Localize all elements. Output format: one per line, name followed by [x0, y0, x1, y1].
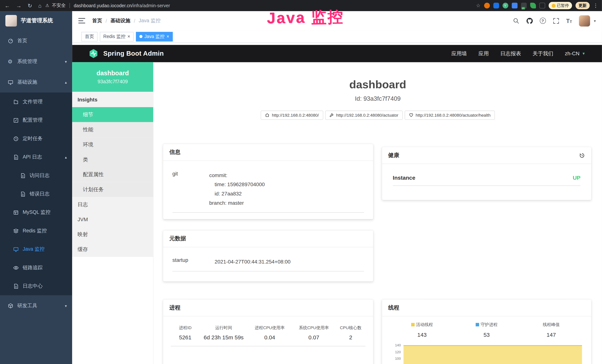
sba-nav-about[interactable]: 关于我们 [532, 50, 553, 57]
extension-icon-leaf[interactable] [530, 3, 536, 8]
document-icon [13, 154, 19, 160]
sba-nav-scheduledtasks[interactable]: 计划任务 [72, 182, 153, 197]
browser-menu-icon[interactable]: ⋮ [593, 3, 598, 8]
browser-home-icon[interactable]: ⌂ [38, 3, 42, 8]
tab-label: Java 监控 [144, 33, 165, 40]
chart-plot-area [403, 343, 583, 364]
locale-caret-icon[interactable]: ▾ [582, 51, 585, 56]
info-value: commit: time: 1596289704000 id: 27aa832 … [209, 171, 265, 208]
close-icon[interactable]: × [128, 34, 130, 39]
sba-nav-wallboard[interactable]: 应用墙 [452, 50, 467, 57]
threads-chart: 140 120 100 [390, 343, 584, 364]
monitor-icon [8, 79, 13, 85]
process-stats-row: 进程ID 5261 运行时间 6d 23h 15m 59s 进程CPU使用率 0… [171, 325, 366, 346]
sidebar-item-label: 定时任务 [23, 135, 43, 142]
legend-active-threads: 活动线程 143 [390, 322, 454, 338]
sidebar-item-file[interactable]: 文件管理 [0, 93, 72, 111]
sidebar-item-api-log[interactable]: API 日志 ▴ [0, 148, 72, 166]
avatar-caret-icon[interactable]: ▾ [594, 19, 596, 23]
smiley-icon [552, 4, 556, 8]
github-icon[interactable] [526, 17, 533, 24]
search-icon[interactable] [513, 17, 519, 24]
close-icon[interactable]: × [166, 34, 169, 39]
sidebar-item-log-center[interactable]: 日志中心 [0, 277, 72, 295]
home-icon [265, 113, 269, 118]
extension-icon-switch[interactable]: on [521, 3, 527, 8]
metadata-row-startup: startup 2021-04-27T00:44:31.254+08:00 [172, 257, 364, 271]
sba-nav-applications[interactable]: 应用 [479, 50, 489, 57]
update-button[interactable]: 更新 [575, 2, 590, 9]
threads-card-title: 线程 [388, 304, 399, 311]
sba-nav: 应用墙 应用 日志报表 关于我们 zh-CN ▾ [452, 50, 602, 57]
sidebar-item-dev-tools[interactable]: 研发工具 ▾ [0, 295, 72, 316]
refresh-icon[interactable]: ↻ [28, 3, 32, 8]
tab-redis[interactable]: Redis 监控 × [100, 32, 133, 41]
sidebar-item-error-log[interactable]: 错误日志 [0, 185, 72, 203]
tab-java[interactable]: Java 监控 × [136, 32, 172, 41]
instance-id: 93a3fc7f7409 [97, 79, 128, 84]
service-url-link[interactable]: http://192.168.0.2:48080/ [261, 110, 323, 120]
sidebar-item-java[interactable]: Java 监控 [0, 240, 72, 258]
bookmark-star-icon[interactable]: ☆ [476, 3, 480, 8]
sba-nav-configprops[interactable]: 配置属性 [72, 167, 153, 182]
sidebar-item-config[interactable]: 配置管理 [0, 111, 72, 129]
chart-y-axis: 140 120 100 [390, 343, 404, 364]
process-card-title: 进程 [169, 304, 180, 311]
chevron-down-icon: ▾ [65, 59, 67, 64]
sidebar-item-system[interactable]: ⚙ 系统管理 ▾ [0, 51, 72, 72]
sba-nav-logs[interactable]: 日志 [72, 197, 153, 212]
sidebar-item-redis[interactable]: Redis 监控 [0, 222, 72, 240]
sba-nav-details[interactable]: 细节 [72, 107, 153, 122]
breadcrumb-home[interactable]: 首页 [92, 17, 102, 24]
sba-nav-classes[interactable]: 类 [72, 152, 153, 167]
url-text[interactable]: dashboard.yudao.iocoder.cn/infra/admin-s… [74, 3, 170, 8]
sba-header: Spring Boot Admin 应用墙 应用 日志报表 关于我们 zh-CN… [72, 45, 602, 62]
sidebar-item-mysql[interactable]: MySQL 监控 [0, 203, 72, 221]
breadcrumb-infra[interactable]: 基础设施 [110, 17, 130, 24]
app-logo[interactable]: 芋道管理系统 [0, 11, 72, 30]
sba-nav-journal[interactable]: 日志报表 [500, 50, 521, 57]
update-label: 更新 [579, 3, 587, 8]
extension-icon-vue[interactable]: V [502, 3, 508, 8]
help-icon[interactable]: ? [540, 18, 546, 24]
actuator-url-link[interactable]: http://192.168.0.2:48080/actuator [325, 110, 402, 120]
sidebar-item-label: Redis 监控 [23, 227, 47, 234]
health-key: Instance [393, 175, 415, 181]
sba-nav-mappings[interactable]: 映射 [72, 227, 153, 242]
fullscreen-icon[interactable] [553, 17, 559, 24]
extension-icon-grid[interactable] [512, 3, 517, 8]
hamburger-icon[interactable] [78, 18, 85, 23]
back-icon[interactable]: ← [5, 3, 10, 8]
document-icon [20, 173, 26, 178]
tab-home[interactable]: 首页 [81, 32, 97, 41]
extension-icon-puzzle[interactable] [539, 3, 545, 8]
legend-label: 线程峰值 [543, 322, 560, 327]
logo-image [5, 15, 17, 27]
sba-nav-env[interactable]: 环境 [72, 137, 153, 152]
sidebar-item-infra[interactable]: 基础设施 ▴ [0, 72, 72, 93]
chevron-down-icon: ▾ [65, 304, 67, 308]
sidebar-item-job[interactable]: 定时任务 [0, 129, 72, 148]
address-bar[interactable]: ⚠ 不安全 dashboard.yudao.iocoder.cn/infra/a… [45, 2, 170, 9]
legend-swatch-yellow [411, 323, 415, 326]
user-avatar[interactable] [579, 15, 590, 26]
font-size-icon[interactable]: TT [566, 17, 572, 24]
sba-locale-select[interactable]: zh-CN [565, 51, 579, 56]
paused-badge[interactable]: 已暂停 [548, 2, 572, 9]
sba-nav-metrics[interactable]: 性能 [72, 122, 153, 137]
sba-nav-caches[interactable]: 缓存 [72, 242, 153, 257]
sidebar-item-access-log[interactable]: 访问日志 [0, 166, 72, 185]
forward-icon[interactable]: → [16, 3, 22, 8]
history-icon[interactable] [579, 152, 585, 158]
sidebar-item-trace[interactable]: 链路追踪 [0, 258, 72, 277]
sba-instance-header[interactable]: dashboard 93a3fc7f7409 [72, 62, 153, 92]
extension-icon-blue[interactable] [493, 3, 499, 8]
sidebar-item-home[interactable]: 首页 [0, 30, 72, 51]
sba-nav-jvm[interactable]: JVM [72, 212, 153, 227]
health-row-instance[interactable]: Instance UP [393, 175, 580, 186]
box-icon [8, 303, 13, 309]
extension-icon-orange[interactable] [484, 3, 490, 8]
edit-icon [13, 117, 19, 123]
health-url-link[interactable]: http://192.168.0.2:48080/actuator/health [405, 110, 495, 120]
layers-icon [13, 228, 19, 234]
